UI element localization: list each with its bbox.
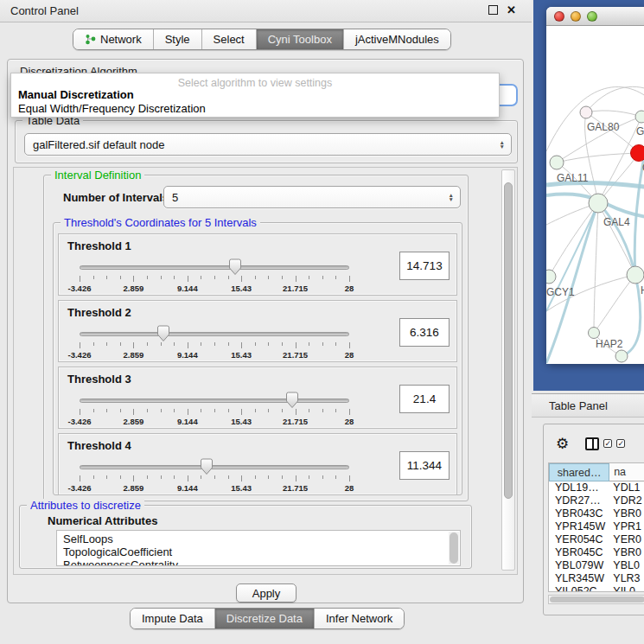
table-panel-titlebar: Table Panel <box>532 393 644 418</box>
slider-track[interactable] <box>80 265 349 270</box>
threshold-value-field[interactable]: 6.316 <box>399 318 450 347</box>
split-columns-icon[interactable] <box>585 437 599 450</box>
mode-tab-infer-network[interactable]: Infer Network <box>314 609 404 628</box>
slider-tick <box>133 409 134 415</box>
column-header-na[interactable]: na <box>609 463 644 481</box>
network-node-gal80[interactable] <box>580 106 592 118</box>
network-node-c[interactable] <box>631 145 644 162</box>
checkbox-icon[interactable]: ✓ <box>616 439 625 448</box>
threshold-label: Threshold 1 <box>67 239 131 252</box>
gear-icon[interactable]: ⚙ <box>556 437 569 451</box>
network-canvas[interactable]: GAL80GCGAL11GAL4GCY1HHAP2 <box>546 26 644 364</box>
slider-track[interactable] <box>80 399 349 403</box>
table-row[interactable]: YDR27…YDR2 <box>549 494 644 507</box>
cell-name: YDR2 <box>609 494 644 507</box>
table-row[interactable]: YPR145WYPR1 <box>549 520 644 533</box>
slider-tick <box>335 276 336 279</box>
slider-handle[interactable] <box>285 392 299 409</box>
slider-track[interactable] <box>80 332 349 336</box>
slider-tick-label: 28 <box>345 350 354 360</box>
slider-tick <box>241 409 242 415</box>
slider-tick-label: -3.426 <box>68 417 92 426</box>
number-of-intervals-combobox[interactable]: 5 ▲▼ <box>163 186 461 208</box>
tab-label: Style <box>165 33 190 46</box>
attribute-item-selfloops[interactable]: SelfLoops <box>63 532 460 545</box>
tab-network[interactable]: Network <box>73 29 153 49</box>
attributes-list-scrollbar[interactable] <box>449 532 459 564</box>
network-node-g[interactable] <box>635 111 644 123</box>
table-row[interactable]: YBR043CYBR0 <box>549 507 644 520</box>
zoom-window-icon[interactable] <box>587 11 597 22</box>
table-row[interactable]: YIL052CYIL0 <box>549 585 644 592</box>
thresholds-group: Threshold's Coordinates for 5 Intervals … <box>53 222 462 495</box>
number-of-intervals-value: 5 <box>172 191 178 204</box>
slider-tick <box>106 342 107 346</box>
slider-handle[interactable] <box>228 258 242 276</box>
table-row[interactable]: YLR345WYLR3 <box>549 572 644 585</box>
threshold-value-field[interactable]: 14.713 <box>399 252 450 280</box>
table-row[interactable]: YBL079WYBL0 <box>549 559 644 572</box>
close-panel-icon[interactable]: ✕ <box>507 5 516 15</box>
threshold-slider[interactable]: -3.4262.8599.14415.4321.71528 <box>80 323 349 360</box>
algorithm-dropdown-popup: Select algorithm to view settings Manual… <box>10 73 500 118</box>
table-row[interactable]: YDL19…YDL1 <box>549 481 644 494</box>
mode-tab-impute-data[interactable]: Impute Data <box>131 609 214 628</box>
table-horizontal-scrollbar[interactable] <box>548 595 644 604</box>
tab-label: Network <box>100 33 142 46</box>
attribute-item-betweennesscentrality[interactable]: BetweennessCentrality <box>63 558 460 566</box>
slider-tick <box>282 342 283 346</box>
slider-tick <box>322 475 323 479</box>
settings-vertical-scrollbar[interactable] <box>501 169 515 571</box>
combo-stepper-icon[interactable]: ▲▼ <box>449 193 454 201</box>
slider-tick <box>228 342 229 346</box>
tab-label: Select <box>214 33 245 46</box>
slider-handle[interactable] <box>156 325 170 342</box>
slider-tick <box>268 475 269 479</box>
attributes-list-scrollbar-thumb[interactable] <box>450 532 458 564</box>
slider-track[interactable] <box>80 465 349 469</box>
tab-style[interactable]: Style <box>153 29 201 49</box>
slider-tick <box>282 276 283 279</box>
tab-cyni-toolbox[interactable]: Cyni Toolbox <box>256 29 343 49</box>
checkbox-icon[interactable]: ✓ <box>603 439 612 448</box>
table-scrollbar-thumb[interactable] <box>550 596 644 603</box>
table-row[interactable]: YBR045CYBR0 <box>549 546 644 559</box>
threshold-slider[interactable]: -3.4262.8599.14415.4321.71528 <box>80 257 349 293</box>
network-node-hap2[interactable] <box>589 328 600 339</box>
threshold-slider[interactable]: -3.4262.8599.14415.4321.71528 <box>80 390 349 426</box>
tab-select[interactable]: Select <box>201 29 256 49</box>
network-node-gal4[interactable] <box>589 194 608 213</box>
table-data-combobox[interactable]: galFiltered.sif default node ▲▼ <box>24 133 512 156</box>
slider-tick <box>309 409 309 412</box>
combo-stepper-icon[interactable]: ▲▼ <box>500 140 505 149</box>
cell-name: YLR3 <box>609 572 644 585</box>
slider-handle[interactable] <box>200 458 214 475</box>
tab-label: Discretize Data <box>226 612 303 625</box>
slider-tick <box>309 342 309 346</box>
network-node-gcy1[interactable] <box>546 270 556 284</box>
mode-tab-discretize-data[interactable]: Discretize Data <box>214 609 314 628</box>
threshold-slider[interactable]: -3.4262.8599.14415.4321.71528 <box>80 456 349 493</box>
attribute-item-topologicalcoefficient[interactable]: TopologicalCoefficient <box>63 545 460 558</box>
table-row[interactable]: YER054CYER0 <box>549 533 644 546</box>
algorithm-option-manual-discretization[interactable]: Manual Discretization <box>11 88 499 102</box>
minimize-window-icon[interactable] <box>571 11 581 22</box>
network-node-h[interactable] <box>627 266 644 284</box>
float-panel-icon[interactable] <box>488 5 498 15</box>
threshold-value-field[interactable]: 11.344 <box>399 451 450 480</box>
close-window-icon[interactable] <box>554 11 564 22</box>
numerical-attributes-list[interactable]: SelfLoopsTopologicalCoefficientBetweenne… <box>56 530 461 566</box>
column-header-shared-[interactable]: shared… <box>549 463 609 481</box>
apply-button[interactable]: Apply <box>236 583 296 603</box>
control-panel-title: Control Panel <box>10 4 79 17</box>
slider-tick <box>349 475 350 481</box>
settings-scrollbar-thumb[interactable] <box>504 182 513 499</box>
network-node-gal11[interactable] <box>550 156 564 169</box>
network-node[interactable] <box>615 350 628 362</box>
slider-tick <box>241 342 242 348</box>
tab-jactivemnodules[interactable]: jActiveMNodules <box>343 29 450 49</box>
settings-scroll-pane: Interval Definition Number of Intervals … <box>13 167 518 575</box>
slider-tick-label: 21.715 <box>283 483 308 493</box>
algorithm-option-equal-width-frequency-discretization[interactable]: Equal Width/Frequency Discretization <box>11 102 499 116</box>
threshold-value-field[interactable]: 21.4 <box>399 385 450 413</box>
